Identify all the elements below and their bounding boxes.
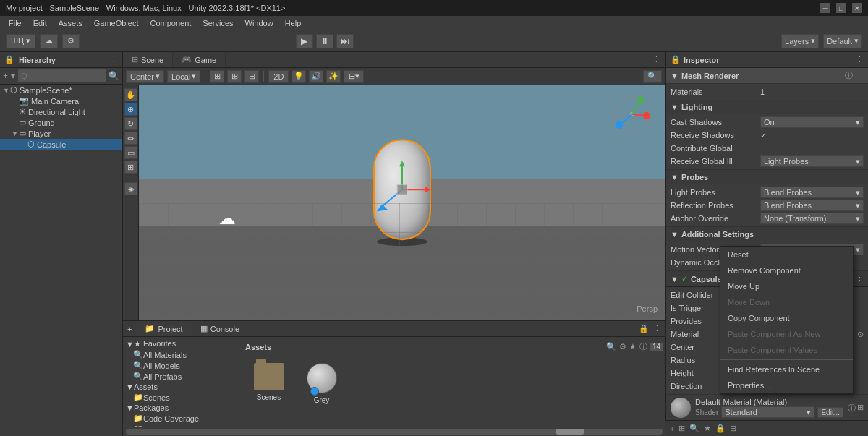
tab-game[interactable]: 🎮 Game <box>173 52 226 67</box>
scene-viewport[interactable]: ☁ <box>139 85 665 320</box>
assets-filter-btn[interactable]: ⚙ <box>619 342 626 351</box>
tree-all-models[interactable]: 🔍 All Models <box>123 360 242 371</box>
tree-favorites[interactable]: ▼ ★ Favorites <box>123 338 242 349</box>
tree-all-materials[interactable]: 🔍 All Materials <box>123 349 242 360</box>
scene-search-btn[interactable]: 🔍 <box>643 70 662 83</box>
play-button[interactable]: ▶ <box>296 34 313 48</box>
ctx-properties[interactable]: Properties... <box>720 377 853 393</box>
menu-help[interactable]: Help <box>279 16 307 30</box>
component-info-icon[interactable]: ⓘ <box>845 70 853 81</box>
tree-all-prefabs[interactable]: 🔍 All Prefabs <box>123 371 242 382</box>
assets-search-btn[interactable]: 🔍 <box>606 342 616 351</box>
project-tab[interactable]: 📁 Project <box>136 321 191 336</box>
bottom-lock-icon[interactable]: 🔒 <box>639 324 649 333</box>
menu-edit[interactable]: Edit <box>27 16 53 30</box>
view-toggle-2d[interactable]: 2D <box>268 70 289 83</box>
collider-more-icon[interactable]: ⋮ <box>856 273 864 284</box>
menu-assets[interactable]: Assets <box>53 16 88 30</box>
ctx-paste-as-new[interactable]: Paste Component As New <box>720 326 853 342</box>
scene-tool-2[interactable]: ⊞ <box>227 70 242 83</box>
star-icon[interactable]: ★ <box>704 424 711 433</box>
component-settings-icon[interactable]: ⋮ <box>856 70 864 81</box>
add-button[interactable]: + <box>123 325 136 333</box>
hierarchy-item-samplescene[interactable]: ▼ ⬡ SampleScene* <box>0 85 122 95</box>
close-button[interactable]: ✕ <box>852 3 862 13</box>
hierarchy-item-maincamera[interactable]: 📷 Main Camera <box>0 95 122 106</box>
local-button[interactable]: Local ▾ <box>167 70 200 83</box>
hierarchy-more-icon[interactable]: ⋮ <box>110 55 118 64</box>
ctx-move-up[interactable]: Move Up <box>720 278 853 294</box>
ctx-copy-component[interactable]: Copy Component <box>720 310 853 326</box>
material-target-icon[interactable]: ⊙ <box>857 330 864 339</box>
anchor-override-dropdown[interactable]: None (Transform) ▾ <box>760 213 864 224</box>
account-button[interactable]: ШЦ ▾ <box>6 34 35 48</box>
move-tool[interactable]: ⊕ <box>124 103 137 116</box>
ctx-move-down[interactable]: Move Down <box>720 294 853 310</box>
assets-star-btn[interactable]: ★ <box>629 342 637 351</box>
hierarchy-item-ground[interactable]: ▭ Ground <box>0 117 122 128</box>
menu-services[interactable]: Services <box>197 16 239 30</box>
ctx-remove-component[interactable]: Remove Component <box>720 262 853 278</box>
rect-tool[interactable]: ▭ <box>124 146 137 159</box>
transform-tool[interactable]: ⊞ <box>124 161 137 174</box>
lighting-header[interactable]: ▼ Lighting <box>666 100 868 114</box>
assets-info-btn[interactable]: ⓘ <box>639 341 647 352</box>
settings-button[interactable]: ⚙ <box>62 34 80 48</box>
scene-fx-btn[interactable]: ✨ <box>326 70 341 83</box>
scene-lighting-btn[interactable]: 💡 <box>292 70 306 83</box>
tab-scene[interactable]: ⊞ Scene <box>123 52 173 67</box>
hierarchy-add-button[interactable]: + <box>3 71 8 81</box>
hand-tool[interactable]: ✋ <box>124 88 137 101</box>
material-edit-button[interactable]: Edit... <box>817 407 843 418</box>
search-icon2[interactable]: 🔍 <box>689 424 699 433</box>
ctx-reset[interactable]: Reset <box>720 247 853 262</box>
rotate-tool[interactable]: ↻ <box>124 117 137 130</box>
more-icon2[interactable]: ⊞ <box>730 424 736 433</box>
tree-scenes[interactable]: 📁 Scenes <box>123 392 242 403</box>
probes-header[interactable]: ▼ Probes <box>666 170 868 184</box>
light-probes-dropdown[interactable]: Blend Probes ▾ <box>760 187 864 198</box>
scene-more-icon[interactable]: ⋮ <box>652 55 660 64</box>
material-shader-dropdown[interactable]: Standard ▾ <box>721 406 814 418</box>
tree-code-coverage[interactable]: 📁 Code Coverage <box>123 413 242 424</box>
tree-custom-nl[interactable]: 📁 Custom NI Init <box>123 424 242 427</box>
hierarchy-item-capsule[interactable]: ⬡ Capsule <box>0 139 122 150</box>
hierarchy-filter-button[interactable]: ▾ <box>11 71 15 81</box>
inspector-lock-icon[interactable]: 🔒 <box>671 55 681 64</box>
menu-window[interactable]: Window <box>239 16 279 30</box>
bottom-more-icon[interactable]: ⋮ <box>653 324 661 333</box>
lock-icon2[interactable]: 🔒 <box>715 424 726 433</box>
center-button[interactable]: Center ▾ <box>126 70 164 83</box>
scale-tool[interactable]: ⇔ <box>124 132 137 145</box>
step-button[interactable]: ⏭ <box>336 34 354 48</box>
receive-global-dropdown[interactable]: Light Probes ▾ <box>760 155 864 167</box>
console-tab[interactable]: ▦ Console <box>192 321 248 336</box>
material-more-icon[interactable]: ⊞ <box>857 403 864 414</box>
menu-file[interactable]: File <box>3 16 27 30</box>
asset-scenes-folder[interactable]: Scenes <box>245 360 292 407</box>
ctx-paste-values[interactable]: Paste Component Values <box>720 342 853 358</box>
additional-settings-header[interactable]: ▼ Additional Settings <box>666 227 868 241</box>
hierarchy-item-directionallight[interactable]: ☀ Directional Light <box>0 106 122 117</box>
reflection-probes-dropdown[interactable]: Blend Probes ▾ <box>760 200 864 211</box>
maximize-button[interactable]: □ <box>836 3 846 13</box>
minimize-button[interactable]: ─ <box>820 3 830 13</box>
receive-shadows-checkbox[interactable]: ✓ <box>760 131 767 140</box>
ctx-find-references[interactable]: Find References In Scene <box>720 362 853 377</box>
scene-gizmos-btn[interactable]: ⊞▾ <box>344 70 364 83</box>
capsule-object[interactable] <box>373 139 431 246</box>
pause-button[interactable]: ⏸ <box>316 34 333 48</box>
add-component-icon[interactable]: + <box>670 424 674 433</box>
custom-tool[interactable]: ◈ <box>124 182 137 195</box>
project-scrollbar[interactable] <box>126 429 663 435</box>
component-arrow-icon[interactable]: ▼ <box>671 72 678 80</box>
layout-icon[interactable]: ⊞ <box>678 424 685 433</box>
collider-enabled-checkbox[interactable]: ✓ <box>681 274 688 283</box>
collider-arrow-icon[interactable]: ▼ <box>671 275 678 283</box>
scene-audio-btn[interactable]: 🔊 <box>309 70 323 83</box>
layout-dropdown[interactable]: Default ▾ <box>823 34 862 48</box>
layers-dropdown[interactable]: Layers ▾ <box>781 34 819 48</box>
scene-tool-1[interactable]: ⊞ <box>210 70 224 83</box>
scrollbar-thumb[interactable] <box>556 429 584 435</box>
menu-component[interactable]: Component <box>144 16 197 30</box>
